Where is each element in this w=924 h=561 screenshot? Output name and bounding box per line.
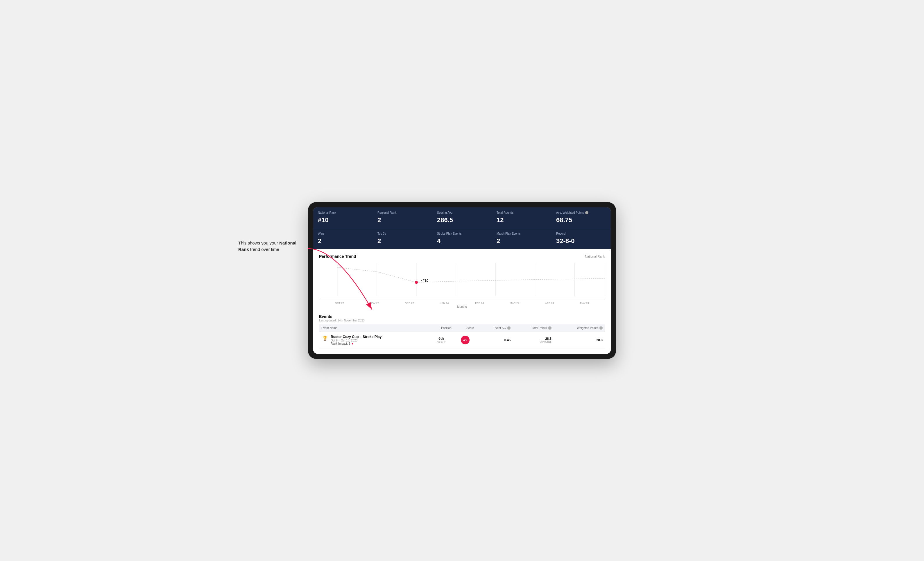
perf-subtitle: National Rank	[585, 255, 605, 258]
stat-value-national-rank: #10	[318, 216, 368, 224]
stat-value-stroke-play: 4	[437, 237, 487, 245]
chart-rank-label: • #10	[421, 279, 428, 282]
chart-x-labels: OCT 23 NOV 23 DEC 23 JAN 24 FEB 24 MAR 2…	[319, 301, 605, 305]
x-label-oct23: OCT 23	[322, 302, 357, 305]
event-total-points: 28.3	[515, 337, 552, 340]
col-event-sg: Event SG i	[476, 325, 513, 332]
stat-value-scoring-avg: 286.5	[437, 216, 487, 224]
annotation-text: This shows you your National Rank trend …	[238, 240, 302, 253]
stat-national-rank: National Rank #10	[313, 207, 372, 228]
col-position: Position	[429, 325, 454, 332]
performance-chart: • #10	[319, 262, 605, 299]
stat-top3s: Top 3s 2	[373, 228, 432, 249]
event-icon: 🏆	[321, 335, 328, 342]
x-label-dec23: DEC 23	[392, 302, 427, 305]
event-date: Oct 9 – Oct 10, 2023	[331, 339, 381, 342]
col-score: Score	[454, 325, 477, 332]
event-position-cell: 6th out of 7	[429, 332, 454, 349]
stat-scoring-avg: Scoring Avg. 286.5	[432, 207, 492, 228]
stats-row-2: Wins 2 Top 3s 2 Stroke Play Events 4 Mat…	[313, 228, 611, 249]
tablet-device: National Rank #10 Regional Rank 2 Scorin…	[308, 202, 616, 359]
event-sg-cell: 0.45	[476, 332, 513, 349]
events-table-body: 🏆 Buster Cozy Cup – Stroke Play Oct 9 – …	[319, 332, 605, 349]
stat-label-top3s: Top 3s	[378, 232, 428, 235]
stat-value-regional-rank: 2	[378, 216, 428, 224]
event-score-cell: -22	[454, 332, 477, 349]
stat-label-total-rounds: Total Rounds	[496, 211, 546, 215]
perf-header: Performance Trend National Rank	[319, 254, 605, 259]
stat-label-match-play: Match Play Events	[496, 232, 546, 235]
event-rank-impact: Rank Impact: 3 ▼	[331, 342, 381, 345]
col-event-name: Event Name	[319, 325, 429, 332]
events-title: Events	[319, 314, 605, 319]
event-position: 6th	[431, 337, 452, 341]
stat-record: Record 32-8-0	[552, 228, 611, 249]
events-table: Event Name Position Score Event SG i Tot…	[319, 325, 605, 349]
event-score-badge: -22	[461, 336, 470, 344]
perf-title: Performance Trend	[319, 254, 356, 259]
event-weighted-points-cell: 28.3	[554, 332, 605, 349]
event-info: Buster Cozy Cup – Stroke Play Oct 9 – Oc…	[331, 335, 381, 345]
total-points-info-icon[interactable]: i	[548, 326, 552, 329]
x-label-mar24: MAR 24	[497, 302, 532, 305]
main-content: Performance Trend National Rank	[313, 249, 611, 354]
scene: This shows you your National Rank trend …	[308, 202, 616, 359]
events-table-header-row: Event Name Position Score Event SG i Tot…	[319, 325, 605, 332]
x-label-may24: MAY 24	[567, 302, 602, 305]
stat-value-match-play: 2	[496, 237, 546, 245]
events-table-head: Event Name Position Score Event SG i Tot…	[319, 325, 605, 332]
stat-label-national-rank: National Rank	[318, 211, 368, 215]
stat-match-play: Match Play Events 2	[492, 228, 551, 249]
stat-label-record: Record	[556, 232, 606, 235]
weighted-points-info-icon[interactable]: i	[600, 326, 603, 329]
stat-avg-weighted: Avg. Weighted Points i 68.75	[552, 207, 611, 228]
col-weighted-points: Weighted Points i	[554, 325, 605, 332]
event-total-points-sub: 3 Rounds	[515, 340, 552, 343]
avg-weighted-info-icon[interactable]: i	[585, 211, 588, 214]
chart-axis-title: Months	[319, 305, 605, 308]
event-sg-info-icon[interactable]: i	[507, 326, 510, 329]
tablet-screen: National Rank #10 Regional Rank 2 Scorin…	[313, 207, 611, 354]
stat-value-wins: 2	[318, 237, 368, 245]
events-section: Events Last updated: 24th November 2023 …	[319, 314, 605, 349]
stat-value-total-rounds: 12	[496, 216, 546, 224]
performance-trend-section: Performance Trend National Rank	[319, 254, 605, 308]
stat-label-avg-weighted: Avg. Weighted Points i	[556, 211, 606, 215]
stat-wins: Wins 2	[313, 228, 372, 249]
event-position-sub: out of 7	[431, 341, 452, 344]
chart-data-point	[415, 281, 418, 284]
x-label-nov23: NOV 23	[357, 302, 392, 305]
stat-regional-rank: Regional Rank 2	[373, 207, 432, 228]
stat-value-record: 32-8-0	[556, 237, 606, 245]
stat-value-top3s: 2	[378, 237, 428, 245]
chart-svg: • #10	[319, 262, 605, 299]
x-label-jan24: JAN 24	[427, 302, 462, 305]
event-name-cell: 🏆 Buster Cozy Cup – Stroke Play Oct 9 – …	[319, 332, 429, 349]
event-name: Buster Cozy Cup – Stroke Play	[331, 335, 381, 339]
stat-stroke-play: Stroke Play Events 4	[432, 228, 492, 249]
stat-label-stroke-play: Stroke Play Events	[437, 232, 487, 235]
stat-label-scoring-avg: Scoring Avg.	[437, 211, 487, 215]
col-total-points: Total Points i	[513, 325, 554, 332]
stat-label-wins: Wins	[318, 232, 368, 235]
events-last-updated: Last updated: 24th November 2023	[319, 319, 605, 322]
stat-total-rounds: Total Rounds 12	[492, 207, 551, 228]
x-label-feb24: FEB 24	[462, 302, 497, 305]
stats-row-1: National Rank #10 Regional Rank 2 Scorin…	[313, 207, 611, 228]
stat-label-regional-rank: Regional Rank	[378, 211, 428, 215]
event-total-points-cell: 28.3 3 Rounds	[513, 332, 554, 349]
rank-impact-arrow-icon: ▼	[351, 342, 354, 345]
events-header: Events Last updated: 24th November 2023	[319, 314, 605, 322]
stat-value-avg-weighted: 68.75	[556, 216, 606, 224]
table-row: 🏆 Buster Cozy Cup – Stroke Play Oct 9 – …	[319, 332, 605, 349]
x-label-apr24: APR 24	[532, 302, 567, 305]
